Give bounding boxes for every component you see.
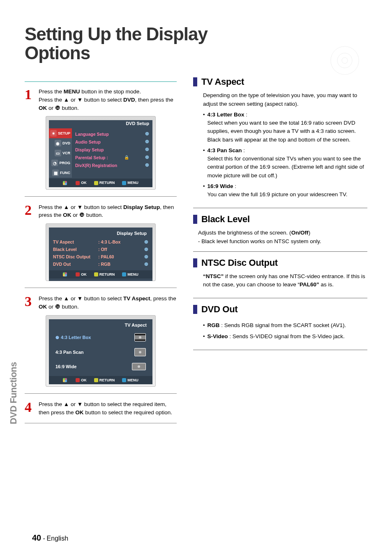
divider: [25, 196, 177, 197]
osd-dvd-setup: DVD Setup ✶SETUP ◉DVD ▭VCR ◔PROG ▦FUNC L…: [46, 116, 156, 190]
row-dvd-out: DVD Out: RGB❿: [53, 260, 148, 268]
section-title: DVD Out: [201, 304, 238, 315]
legend-return: RETURN: [94, 378, 115, 383]
section-body: Adjusts the brightness of the screen. (O…: [193, 225, 367, 246]
side-prog: ◔PROG: [49, 158, 72, 168]
grid-icon: ▦: [52, 170, 59, 176]
row-display-setup: Display Setup❿: [74, 146, 150, 153]
chevron-right-icon: ❿: [145, 139, 149, 144]
play-marker-icon: ❿: [55, 335, 59, 340]
step-text: Press the ▲ or ▼ button to select Displa…: [39, 203, 177, 219]
move-icon: [63, 378, 68, 383]
osd-header: Display Setup: [53, 230, 148, 238]
move-icon: [63, 181, 68, 185]
intro-text: Depending on the type of television you …: [203, 91, 367, 108]
osd-legend: OK RETURN MENU: [49, 270, 152, 279]
row-tv-aspect: TV Aspect: 4:3 L-Box❿: [53, 238, 148, 246]
osd-legend: OK RETURN MENU: [49, 376, 152, 385]
section-title: Black Level: [201, 214, 250, 225]
side-func: ▦FUNC: [49, 168, 72, 178]
step-text: Press the ▲ or ▼ button to select TV Asp…: [39, 295, 177, 311]
row-43-letterbox: ❿4:3 Letter Box: [53, 330, 148, 345]
title-line-2: Options: [25, 43, 90, 63]
osd-display-setup: Display Setup TV Aspect: 4:3 L-Box❿ Blac…: [46, 223, 156, 281]
aspect-panscan-icon: [134, 348, 146, 356]
section-bar-icon: [193, 305, 197, 314]
bullet-169-wide: • 16:9 Wide : You can view the full 16:9…: [203, 182, 367, 199]
section-body: “NTSC” if the screen only has one NTSC-v…: [193, 268, 367, 289]
legend-menu: MENU: [122, 378, 138, 383]
right-column: TV Aspect Depending on the type of telev…: [193, 74, 367, 430]
divider: [25, 423, 177, 423]
bullet-icon: •: [203, 321, 205, 330]
move-icon: [63, 272, 68, 277]
step-text: Press the MENU button in the stop mode. …: [39, 88, 177, 112]
osd-header: DVD Setup: [49, 120, 152, 128]
divider: [25, 288, 177, 288]
side-tab: DVD Functions: [8, 362, 19, 424]
chevron-right-icon: ❿: [144, 254, 148, 259]
step-4: 4 Press the ▲ or ▼ button to select the …: [25, 400, 177, 416]
row-parental-setup: Parental Setup :🔒❿: [74, 153, 150, 161]
bullet-icon: •: [203, 182, 205, 199]
legend-return: RETURN: [94, 272, 115, 277]
row-language-setup: Language Setup❿: [74, 130, 150, 138]
left-column: 1 Press the MENU button in the stop mode…: [25, 74, 177, 430]
bullet-icon: •: [203, 146, 205, 180]
bullet-icon: •: [203, 111, 205, 144]
step-number: 4: [25, 400, 34, 416]
section-ntsc-output: NTSC Disc Output: [193, 258, 367, 268]
legend-ok: OK: [76, 378, 87, 383]
step-1: 1 Press the MENU button in the stop mode…: [25, 88, 177, 112]
divider: [25, 81, 177, 82]
title-line-1: Setting Up the Display: [25, 24, 208, 44]
section-title: NTSC Disc Output: [201, 258, 278, 268]
row-43-panscan: 4:3 Pan Scan: [53, 345, 148, 360]
side-dvd: ◉DVD: [49, 138, 72, 148]
osd-tv-aspect: TV Aspect ❿4:3 Letter Box 4:3 Pan Scan 1…: [46, 315, 156, 387]
section-bar-icon: [193, 215, 197, 224]
legend-ok: OK: [76, 272, 87, 277]
disc-icon: ◉: [55, 140, 61, 146]
divider: [193, 208, 367, 208]
section-title: TV Aspect: [201, 77, 244, 87]
bullet-icon: •: [203, 332, 205, 341]
row-black-level: Black Level: Off❿: [53, 246, 148, 253]
svg-point-1: [337, 53, 352, 68]
row-ntsc-output: NTSC Disc Output: PAL60❿: [53, 253, 148, 260]
legend-return: RETURN: [94, 181, 115, 185]
page-title: Setting Up the Display Options: [25, 25, 367, 63]
legend-menu: MENU: [122, 272, 138, 277]
bullet-43-panscan: • 4:3 Pan Scan : Select this for convent…: [203, 146, 367, 180]
step-number: 2: [25, 203, 34, 219]
step-3: 3 Press the ▲ or ▼ button to select TV A…: [25, 295, 177, 311]
row-audio-setup: Audio Setup❿: [74, 138, 150, 146]
row-169-wide: 16:9 Wide: [53, 360, 148, 374]
gear-icon: ✶: [50, 130, 57, 137]
row-divx: DivX(R) Registration❿: [74, 161, 150, 169]
section-body: • RGB : Sends RGB signal from the SCART …: [193, 315, 367, 341]
chevron-right-icon: ❿: [144, 239, 148, 244]
step-2: 2 Press the ▲ or ▼ button to select Disp…: [25, 203, 177, 219]
step-text: Press the ▲ or ▼ button to select the re…: [39, 400, 177, 416]
side-vcr: ▭VCR: [49, 148, 72, 158]
osd-header: TV Aspect: [53, 322, 148, 330]
step-number: 1: [25, 88, 34, 112]
osd-legend: OK RETURN MENU: [49, 179, 152, 187]
aspect-letterbox-icon: [134, 333, 146, 341]
chevron-right-icon: ❿: [145, 155, 149, 160]
bullet-43-letterbox: • 4:3 Letter Box : Select when you want …: [203, 111, 367, 144]
tape-icon: ▭: [55, 150, 61, 156]
divider: [193, 298, 367, 298]
step-number: 3: [25, 295, 34, 311]
chevron-right-icon: ❿: [145, 131, 149, 137]
legend-ok: OK: [76, 181, 87, 185]
svg-point-0: [331, 46, 359, 74]
side-setup: ✶SETUP: [49, 128, 72, 138]
section-black-level: Black Level: [193, 214, 367, 225]
chevron-right-icon: ❿: [144, 262, 148, 267]
lock-icon: 🔒: [124, 155, 129, 160]
disc-decoration-icon: [326, 42, 363, 79]
divider: [25, 393, 177, 394]
svg-point-2: [342, 58, 348, 63]
